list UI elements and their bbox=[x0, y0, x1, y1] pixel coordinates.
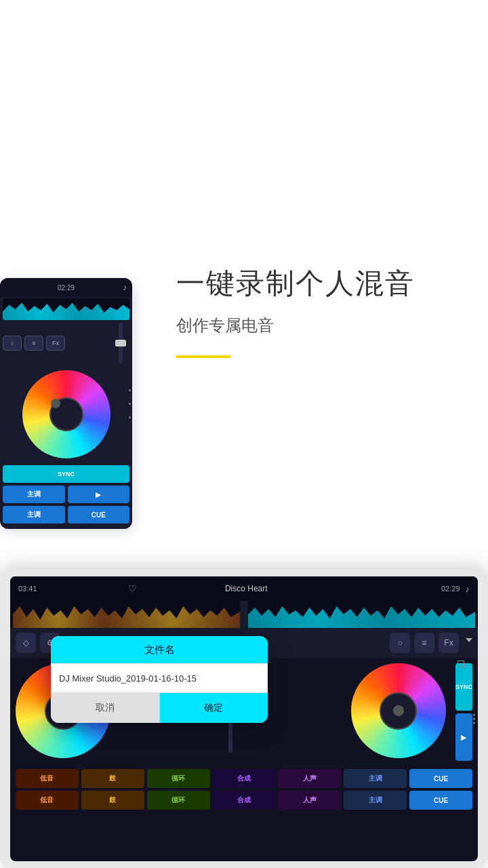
fx-icon: Fx bbox=[52, 340, 59, 347]
dev2-play-btn[interactable]: ▶ bbox=[455, 713, 472, 761]
dev2-bottom-btns: 低音 鼓 循环 合成 人声 主调 CUE 低音 鼓 循环 合成 人声 主调 CU… bbox=[10, 766, 478, 815]
dialog-cancel-btn[interactable]: 取消 bbox=[51, 693, 160, 723]
dev2-side-handle bbox=[473, 714, 475, 724]
circle-btn-icon: ○ bbox=[397, 638, 402, 648]
dev2-vocal-btn-1[interactable]: 人声 bbox=[278, 769, 341, 788]
dev2-right-turntable[interactable] bbox=[351, 663, 446, 758]
dev1-right-handle bbox=[127, 383, 132, 424]
circle-icon: ○ bbox=[10, 340, 14, 347]
dev2-btn-row-1: 低音 鼓 循环 合成 人声 主调 CUE bbox=[16, 769, 472, 788]
device-1-screen: 02:29 ♪ ○ ≡ Fx bbox=[0, 278, 132, 529]
device-2-tablet: 03:41 ♡ Disco Heart 02:29 ♪ ◇ ⚙ bbox=[0, 570, 488, 868]
dev2-diamond-btn[interactable]: ◇ bbox=[16, 633, 36, 653]
save-dialog: 文件名 DJ Mixer Studio_2019-01-16-10-15 取消 … bbox=[51, 636, 268, 723]
dev1-ctrl-btn-fx[interactable]: Fx bbox=[46, 336, 65, 351]
dev2-circle-btn[interactable]: ○ bbox=[390, 633, 410, 653]
dev1-sync-btn[interactable]: SYNC bbox=[3, 465, 129, 483]
dev2-eq-btn[interactable]: ≡ bbox=[414, 633, 434, 653]
dev1-turntable[interactable] bbox=[22, 370, 110, 458]
dev2-drum-btn-1[interactable]: 鼓 bbox=[81, 769, 144, 788]
yellow-divider bbox=[176, 355, 230, 358]
dev1-turntable-inner bbox=[49, 397, 83, 431]
dev2-bass-btn-1[interactable]: 低音 bbox=[16, 769, 79, 788]
eq-icon: ≡ bbox=[32, 340, 35, 347]
dev1-btns: SYNC 主调 ▶ 主调 CUE bbox=[0, 464, 132, 528]
dev2-key-btn-2[interactable]: 主调 bbox=[344, 791, 407, 810]
headline: 一键录制个人混音 bbox=[176, 264, 415, 302]
square-icon bbox=[458, 660, 464, 667]
dialog-input[interactable]: DJ Mixer Studio_2019-01-16-10-15 bbox=[51, 663, 268, 693]
dev2-btn-row-2: 低音 鼓 循环 合成 人声 主调 CUE bbox=[16, 791, 472, 810]
device-2-screen: 03:41 ♡ Disco Heart 02:29 ♪ ◇ ⚙ bbox=[10, 576, 478, 861]
dev2-right-turntable-inner bbox=[380, 692, 417, 730]
dev1-ctrl-btn-eq[interactable]: ≡ bbox=[24, 336, 43, 351]
eq-btn-icon: ≡ bbox=[422, 638, 426, 648]
dev2-waveform-right bbox=[248, 601, 475, 628]
dev1-note-icon: ♪ bbox=[123, 283, 127, 292]
dev2-topbar: 03:41 ♡ Disco Heart 02:29 ♪ bbox=[10, 576, 478, 601]
dev2-chevron-down bbox=[466, 633, 472, 653]
dev2-square-btn[interactable] bbox=[458, 658, 464, 670]
dev1-ctrl-btn-circle[interactable]: ○ bbox=[3, 336, 22, 351]
dev2-waveform-left bbox=[13, 601, 240, 628]
dev1-waveform-inner bbox=[3, 298, 129, 320]
top-section: 一键录制个人混音 创作专属电音 02:29 ♪ ○ ≡ bbox=[0, 0, 488, 556]
dev1-time: 02:29 bbox=[58, 284, 75, 292]
dev1-waveform bbox=[3, 298, 129, 320]
dev1-key2-btn[interactable]: 主调 bbox=[3, 506, 65, 524]
dev2-track-name: Disco Heart bbox=[142, 584, 350, 593]
dev2-loop-btn-1[interactable]: 循环 bbox=[147, 769, 210, 788]
dev1-slider-thumb bbox=[115, 340, 126, 347]
dev1-pitch-slider[interactable] bbox=[119, 323, 123, 363]
dev2-sync-btn[interactable]: SYNC bbox=[455, 663, 472, 711]
dev2-right-icons: ○ ≡ Fx bbox=[390, 633, 472, 653]
dev2-note-icon: ♪ bbox=[466, 584, 470, 594]
dev2-drum-btn-2[interactable]: 鼓 bbox=[81, 791, 144, 810]
dev2-right-turntable-center bbox=[393, 705, 404, 716]
dev2-heart-icon: ♡ bbox=[128, 583, 137, 594]
dialog-input-text: DJ Mixer Studio_2019-01-16-10-15 bbox=[59, 673, 197, 684]
dev1-btn-row-3: 主调 CUE bbox=[3, 506, 129, 524]
subtitle: 创作专属电音 bbox=[176, 315, 415, 336]
dev1-slider-track bbox=[119, 323, 123, 363]
dev2-synth-btn-1[interactable]: 合成 bbox=[213, 769, 276, 788]
dev2-loop-btn-2[interactable]: 循环 bbox=[147, 791, 210, 810]
dialog-confirm-btn[interactable]: 确定 bbox=[160, 693, 268, 723]
dev1-cue-btn[interactable]: CUE bbox=[68, 506, 130, 524]
dev2-cue-btn-1[interactable]: CUE bbox=[409, 769, 472, 788]
dev2-synth-btn-2[interactable]: 合成 bbox=[213, 791, 276, 810]
dev2-vocal-btn-2[interactable]: 人声 bbox=[278, 791, 341, 810]
dev2-waveforms bbox=[10, 601, 478, 628]
fx-btn-icon: Fx bbox=[444, 638, 453, 648]
dev1-btn-row-1: SYNC bbox=[3, 465, 129, 483]
dev1-btn-row-2: 主调 ▶ bbox=[3, 486, 129, 503]
dev2-fx-btn[interactable]: Fx bbox=[439, 633, 459, 653]
dev1-topbar: 02:29 ♪ bbox=[0, 278, 132, 297]
bottom-section: 03:41 ♡ Disco Heart 02:29 ♪ ◇ ⚙ bbox=[0, 563, 488, 868]
dev2-cue-btn-2[interactable]: CUE bbox=[409, 791, 472, 810]
dialog-buttons: 取消 确定 bbox=[51, 693, 268, 723]
device-1-tablet: 02:29 ♪ ○ ≡ Fx bbox=[0, 278, 132, 529]
dev1-key1-btn[interactable]: 主调 bbox=[3, 486, 65, 503]
dev2-time-right: 02:29 bbox=[356, 585, 460, 593]
dev1-turntable-center bbox=[51, 399, 60, 408]
dev2-key-btn-1[interactable]: 主调 bbox=[344, 769, 407, 788]
dev2-time-left: 03:41 bbox=[18, 585, 123, 593]
dialog-title: 文件名 bbox=[51, 636, 268, 663]
top-text-area: 一键录制个人混音 创作专属电音 bbox=[176, 264, 415, 358]
dev1-controls: ○ ≡ Fx bbox=[0, 321, 132, 365]
diamond-icon: ◇ bbox=[23, 638, 29, 648]
dev2-bass-btn-2[interactable]: 低音 bbox=[16, 791, 79, 810]
dev1-play-btn[interactable]: ▶ bbox=[68, 486, 130, 503]
